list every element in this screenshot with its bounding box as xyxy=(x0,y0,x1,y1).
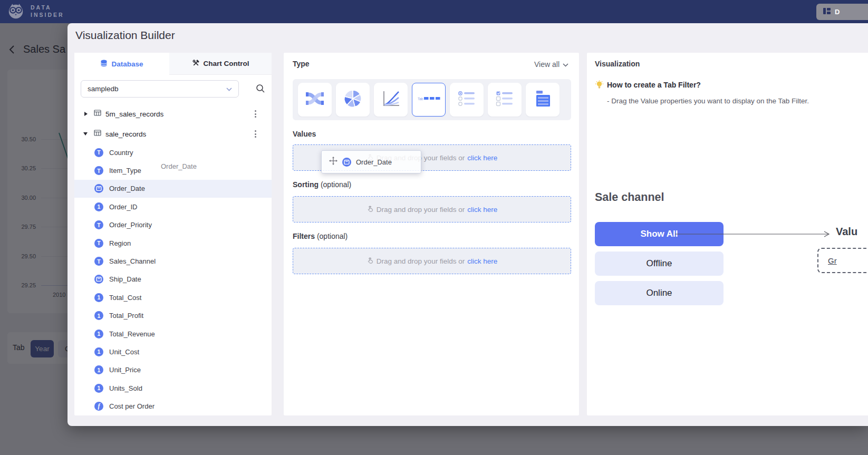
date-field-icon xyxy=(342,158,351,167)
tab-database-label: Database xyxy=(111,60,143,68)
text-field-icon: T xyxy=(94,257,103,266)
preview-filter-button-online[interactable]: Online xyxy=(595,281,724,305)
sankey-chart-icon xyxy=(304,88,325,111)
dropzone-click-here-link[interactable]: click here xyxy=(467,206,497,214)
field-label: Units_Sold xyxy=(109,384,142,392)
field-row-region[interactable]: TRegion xyxy=(74,234,272,252)
caret-right-icon[interactable] xyxy=(84,112,88,116)
sorting-dropzone[interactable]: Drag and drop your fields or click here xyxy=(293,196,571,222)
tip-body: - Drag the Value properties you want to … xyxy=(607,97,809,105)
chart-type-checkbox-list[interactable] xyxy=(488,83,522,117)
values-section-label: Values xyxy=(293,130,316,138)
drag-ghost-label: Order_Date xyxy=(161,162,197,170)
field-row-units-sold[interactable]: 1Units_Sold xyxy=(74,379,272,397)
owl-logo-icon[interactable] xyxy=(6,2,25,21)
field-row-order-date[interactable]: Order_Date xyxy=(74,180,272,198)
text-field-icon: T xyxy=(94,239,103,248)
filters-section-label: Filters (optional) xyxy=(293,232,348,240)
dropzone-click-here-link[interactable]: click here xyxy=(467,154,497,162)
tools-icon xyxy=(192,59,200,69)
database-panel: Database Chart Control sampledb xyxy=(74,53,272,415)
lightbulb-icon xyxy=(595,80,604,91)
dropzone-hint: Drag and drop your fields or xyxy=(377,257,465,265)
number-field-icon: 1 xyxy=(94,384,103,393)
field-label: Order_ID xyxy=(109,203,137,211)
field-label: Order_Date xyxy=(109,185,145,192)
number-field-icon: 1 xyxy=(94,347,103,356)
checkbox-list-chart-icon xyxy=(494,88,515,111)
drag-chip-label: Order_Date xyxy=(356,158,392,166)
field-row-cost-per-order[interactable]: fCost per Order xyxy=(74,397,272,415)
type-section-label: Type xyxy=(293,60,310,68)
function-field-icon: f xyxy=(94,402,103,411)
number-field-icon: 1 xyxy=(94,202,103,211)
field-row-sales-channel[interactable]: TSales_Channel xyxy=(74,252,272,270)
tab-chart-control[interactable]: Chart Control xyxy=(169,53,272,75)
app-root: Sales Sa 30.5030.2530.0029.7529.5029.25 … xyxy=(0,0,868,455)
field-label: Total_Revenue xyxy=(109,330,155,338)
annotation-group-box: Gr xyxy=(817,248,868,273)
field-label: Unit_Cost xyxy=(109,348,139,356)
chart-type-line[interactable] xyxy=(374,83,408,117)
tree-node-5m-sales-records[interactable]: 5m_sales_records xyxy=(74,104,272,123)
number-field-icon: 1 xyxy=(94,330,103,338)
field-row-total-revenue[interactable]: 1Total_Revenue xyxy=(74,325,272,343)
dropzone-click-here-link[interactable]: click here xyxy=(467,257,497,265)
dragging-field-chip[interactable]: Order_Date xyxy=(321,150,421,173)
field-row-country[interactable]: TCountry xyxy=(74,143,272,161)
text-field-icon: T xyxy=(94,166,103,175)
radio-list-chart-icon xyxy=(456,88,477,111)
field-row-ship-date[interactable]: Ship_Date xyxy=(74,270,272,288)
chart-type-tab-filter[interactable]: Tab xyxy=(412,83,446,117)
field-row-total-cost[interactable]: 1Total_Cost xyxy=(74,288,272,306)
text-field-icon: T xyxy=(94,220,103,229)
field-label: Unit_Price xyxy=(109,366,141,374)
filters-dropzone[interactable]: Drag and drop your fields or click here xyxy=(293,248,571,274)
tree-node-label: 5m_sales_records xyxy=(105,110,163,118)
field-row-unit-cost[interactable]: 1Unit_Cost xyxy=(74,343,272,361)
tab-database[interactable]: Database xyxy=(74,53,169,75)
visualization-panel: Visualization How to create a Tab Filter… xyxy=(587,53,868,415)
chevron-down-icon xyxy=(226,85,232,93)
annotation-group-label[interactable]: Gr xyxy=(828,256,837,265)
logo-text-bottom: INSIDER xyxy=(31,12,64,18)
dashboard-grid-icon xyxy=(823,7,831,17)
database-select[interactable]: sampledb xyxy=(81,80,239,98)
chart-type-detail-list[interactable] xyxy=(526,83,560,117)
field-row-order-id[interactable]: 1Order_ID xyxy=(74,198,272,216)
chart-type-pie[interactable] xyxy=(336,83,370,117)
field-list: TCountryTItem_TypeOrder_Date1Order_IDTOr… xyxy=(74,143,272,415)
field-label: Ship_Date xyxy=(109,275,141,283)
builder-panel: Type View all Tab Values Drag and drop y… xyxy=(284,53,579,415)
kebab-menu-icon[interactable] xyxy=(253,108,258,120)
tree-node-sale-records[interactable]: sale_records xyxy=(74,124,272,143)
dropzone-hint: Drag and drop your fields or xyxy=(377,206,465,214)
search-icon[interactable] xyxy=(256,84,265,95)
field-row-unit-price[interactable]: 1Unit_Price xyxy=(74,361,272,379)
dashboard-button[interactable]: D xyxy=(816,4,868,20)
tip-title: How to create a Tab Filter? xyxy=(607,81,701,89)
kebab-menu-icon[interactable] xyxy=(253,128,258,140)
text-field-icon: T xyxy=(94,148,103,157)
caret-down-icon[interactable] xyxy=(83,132,88,135)
number-field-icon: 1 xyxy=(94,293,103,302)
field-label: Item_Type xyxy=(109,167,141,175)
field-row-order-priority[interactable]: TOrder_Priority xyxy=(74,216,272,234)
view-all-button[interactable]: View all xyxy=(534,60,568,69)
filters-optional-suffix: (optional) xyxy=(317,232,348,240)
visualization-builder-modal: Visualization Builder Database Chart Con… xyxy=(67,23,868,426)
tree-node-label: sale_records xyxy=(105,130,146,138)
drag-hand-icon xyxy=(367,205,374,214)
field-label: Total_Cost xyxy=(109,294,141,302)
database-icon xyxy=(100,60,108,69)
date-field-icon xyxy=(94,184,103,193)
visualization-panel-title: Visualization xyxy=(595,60,640,68)
dashboard-button-label: D xyxy=(835,8,840,16)
preview-filter-button-offline[interactable]: Offline xyxy=(595,251,724,276)
field-label: Country xyxy=(109,149,133,157)
chart-type-sankey[interactable] xyxy=(298,83,332,117)
field-row-total-profit[interactable]: 1Total_Profit xyxy=(74,307,272,325)
chevron-down-icon xyxy=(563,60,568,69)
chart-type-radio-list[interactable] xyxy=(450,83,484,117)
sorting-section-label: Sorting (optional) xyxy=(293,180,351,189)
